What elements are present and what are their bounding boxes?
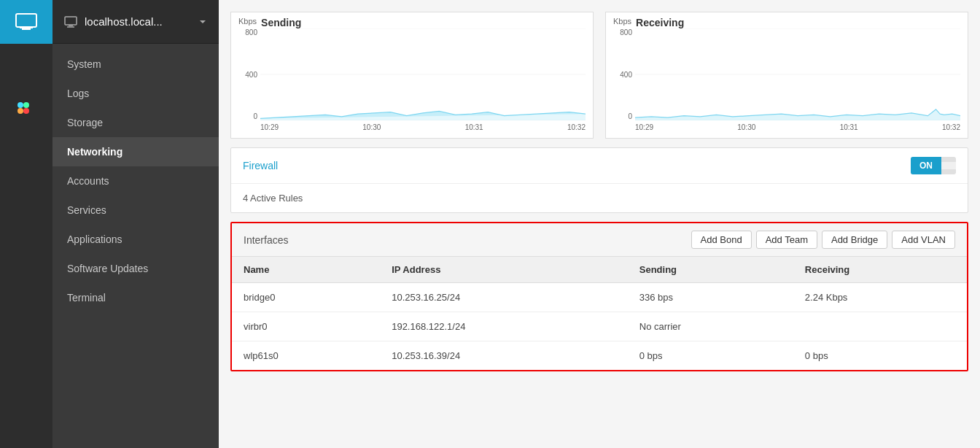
sending-chart-title: Sending	[261, 17, 301, 28]
receiving-chart-area: 800 400 0 10:29 10:30 10:31 10:32	[606, 28, 968, 138]
sending-y-label: Kbps	[238, 17, 257, 26]
cell-ip: 192.168.122.1/24	[380, 312, 628, 341]
sidebar-header[interactable]: localhost.local...	[52, 0, 219, 44]
sending-chart-area: 800 400 0 10:29 10:30 10:31	[231, 28, 593, 138]
icon-bar	[0, 0, 52, 448]
main-content: Kbps Sending 800 400 0	[219, 0, 980, 448]
cell-receiving: 2.24 Kbps	[793, 283, 967, 312]
cell-sending: No carrier	[628, 312, 793, 341]
add-bridge-button[interactable]: Add Bridge	[822, 231, 887, 249]
firewall-body: 4 Active Rules	[231, 184, 968, 212]
cell-sending: 0 bps	[628, 341, 793, 371]
add-vlan-button[interactable]: Add VLAN	[892, 231, 955, 249]
svg-rect-2	[20, 28, 33, 28]
receiving-chart-svg	[635, 28, 960, 120]
cell-receiving	[793, 312, 967, 341]
firewall-header: Firewall ON	[231, 148, 968, 184]
table-row[interactable]: virbr0192.168.122.1/24No carrier	[232, 312, 967, 341]
firewall-link[interactable]: Firewall	[243, 160, 278, 171]
sending-chart: Kbps Sending 800 400 0	[230, 12, 594, 139]
svg-point-3	[18, 102, 23, 108]
interfaces-table: Name IP Address Sending Receiving bridge…	[232, 257, 967, 370]
table-row[interactable]: bridge010.253.16.25/24336 bps2.24 Kbps	[232, 283, 967, 312]
interfaces-title: Interfaces	[244, 234, 288, 246]
add-team-button[interactable]: Add Team	[756, 231, 817, 249]
sidebar-title: localhost.local...	[85, 15, 191, 28]
cell-ip: 10.253.16.25/24	[380, 283, 628, 312]
add-bond-button[interactable]: Add Bond	[691, 231, 752, 249]
sidebar: localhost.local... System Logs Storage N…	[52, 0, 219, 448]
sidebar-item-logs[interactable]: Logs	[52, 79, 219, 108]
sidebar-item-terminal[interactable]: Terminal	[52, 283, 219, 312]
col-receiving: Receiving	[793, 257, 967, 283]
receiving-chart: Kbps Receiving 800 400 0 10	[605, 12, 968, 139]
svg-point-5	[23, 102, 29, 108]
interfaces-header: Interfaces Add Bond Add Team Add Bridge …	[232, 223, 967, 257]
charts-row: Kbps Sending 800 400 0	[230, 12, 968, 139]
sidebar-item-networking[interactable]: Networking	[52, 137, 219, 166]
sidebar-item-applications[interactable]: Applications	[52, 225, 219, 254]
cell-sending: 336 bps	[628, 283, 793, 312]
sidebar-item-services[interactable]: Services	[52, 196, 219, 225]
svg-point-6	[23, 108, 29, 114]
sidebar-item-storage[interactable]: Storage	[52, 108, 219, 137]
col-name: Name	[232, 257, 380, 283]
firewall-card: Firewall ON 4 Active Rules	[230, 147, 968, 213]
cell-ip: 10.253.16.39/24	[380, 341, 628, 371]
col-ip: IP Address	[380, 257, 628, 283]
cell-name: virbr0	[232, 312, 380, 341]
svg-rect-7	[65, 17, 77, 25]
sidebar-nav: System Logs Storage Networking Accounts …	[52, 44, 219, 448]
toggle-on-label: ON	[911, 157, 941, 174]
svg-rect-0	[16, 14, 36, 27]
table-row[interactable]: wlp61s010.253.16.39/240 bps0 bps	[232, 341, 967, 371]
chevron-down-icon	[198, 18, 207, 26]
interfaces-card: Interfaces Add Bond Add Team Add Bridge …	[230, 222, 968, 371]
cell-receiving: 0 bps	[793, 341, 967, 371]
active-rules-text: 4 Active Rules	[243, 193, 303, 204]
firewall-toggle[interactable]: ON	[911, 157, 956, 174]
receiving-y-label: Kbps	[613, 17, 631, 26]
toggle-off-label	[941, 162, 956, 169]
app-logo[interactable]	[0, 0, 52, 44]
cell-name: wlp61s0	[232, 341, 380, 371]
receiving-chart-title: Receiving	[636, 17, 684, 28]
interfaces-actions: Add Bond Add Team Add Bridge Add VLAN	[691, 231, 955, 249]
svg-point-4	[18, 108, 23, 114]
sending-chart-svg	[260, 28, 586, 120]
sidebar-item-system[interactable]: System	[52, 50, 219, 79]
sidebar-item-software-updates[interactable]: Software Updates	[52, 254, 219, 283]
cell-name: bridge0	[232, 283, 380, 312]
col-sending: Sending	[628, 257, 793, 283]
table-header-row: Name IP Address Sending Receiving	[232, 257, 967, 283]
sidebar-item-accounts[interactable]: Accounts	[52, 166, 219, 196]
sidebar-toggle-icon[interactable]	[0, 88, 52, 131]
